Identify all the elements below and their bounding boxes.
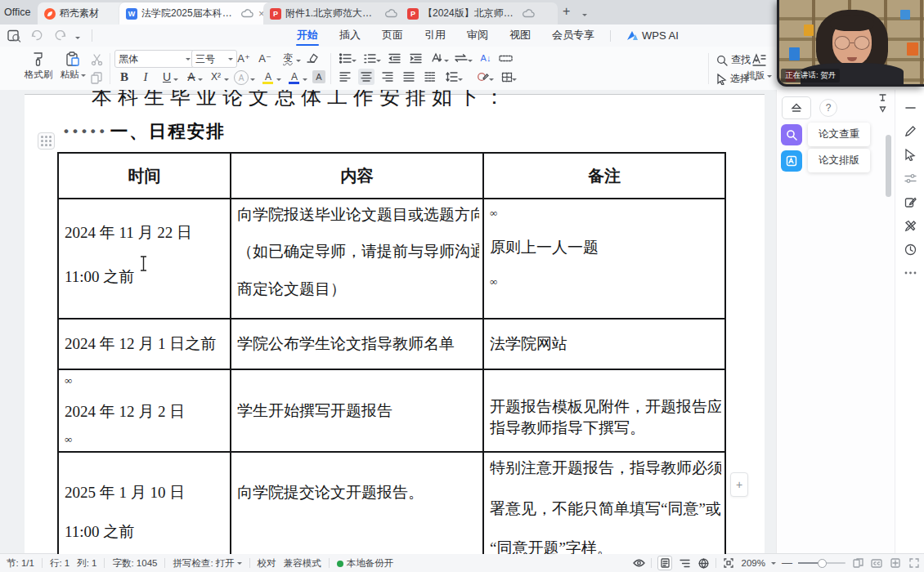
cell-content[interactable]: 向学院提交论文开题报告。	[231, 453, 484, 554]
tools-icon[interactable]	[902, 217, 918, 234]
save-preview-icon[interactable]	[5, 28, 23, 43]
cell-content[interactable]: 学生开始撰写开题报告	[231, 370, 484, 451]
cell-content[interactable]: 向学院报送毕业论文题目或选题方向 （如已确定导师，请提前与导师沟通 商定论文题目…	[231, 199, 484, 318]
phonetic-guide-button[interactable]: 变	[280, 50, 296, 66]
zoom-chevron-icon[interactable]	[771, 562, 776, 567]
tab-document-active[interactable]: W 法学院2025届本科生毕业论 ×	[119, 2, 273, 25]
fullscreen-icon[interactable]	[908, 556, 921, 570]
select-cursor-icon[interactable]	[902, 146, 918, 163]
new-tab-button[interactable]: +	[563, 4, 570, 19]
sign-document-icon[interactable]	[902, 194, 918, 210]
insert-plus-button[interactable]: +	[730, 472, 748, 497]
help-button[interactable]: ?	[819, 99, 837, 117]
char-shading-button[interactable]: A	[312, 70, 325, 83]
adjust-sliders-icon[interactable]	[902, 170, 918, 186]
typeset-button[interactable]: 排版	[742, 50, 775, 82]
status-compat-mode[interactable]: 兼容模式	[284, 557, 321, 570]
collapse-panel-button[interactable]	[782, 96, 811, 119]
distribute-icon[interactable]	[422, 69, 438, 85]
anchor-icon[interactable]	[879, 105, 886, 113]
collapse-icon[interactable]	[902, 100, 918, 116]
thesis-check-button[interactable]: 论文查重	[781, 123, 870, 146]
cell-remark[interactable]: 法学院网站	[484, 320, 724, 369]
page-view-icon[interactable]	[657, 556, 672, 570]
menu-view[interactable]: 视图	[499, 25, 541, 47]
status-word-count[interactable]: 字数: 1045	[112, 557, 157, 570]
undo-icon[interactable]	[28, 28, 46, 43]
header-cell-content[interactable]: 内容	[231, 154, 484, 198]
copy-icon[interactable]	[88, 69, 105, 86]
fit-selection-icon[interactable]	[722, 556, 735, 570]
cell-time[interactable]: ∞ 2024 年 12 月 2 日 ∞	[59, 370, 231, 451]
align-center-icon[interactable]	[358, 69, 375, 85]
status-proofread[interactable]: 校对	[258, 557, 276, 570]
menu-member[interactable]: 会员专享	[541, 25, 605, 47]
strikethrough-button[interactable]: A	[183, 69, 200, 85]
increase-indent-icon[interactable]	[407, 50, 424, 66]
tab-docer[interactable]: 稻壳素材	[38, 2, 129, 25]
office-home-button[interactable]: Office	[4, 7, 30, 18]
shrink-font-button[interactable]: A⁻	[257, 50, 273, 66]
outline-view-icon[interactable]	[678, 556, 691, 570]
numbered-list-icon[interactable]	[361, 50, 378, 66]
clear-format-icon[interactable]	[304, 50, 321, 66]
format-painter-button[interactable]: 格式刷	[23, 49, 54, 81]
header-cell-remark[interactable]: 备注	[484, 154, 724, 198]
menu-insert[interactable]: 插入	[329, 25, 371, 47]
phonetic-chevron-icon[interactable]	[296, 60, 301, 65]
text-direction-icon[interactable]	[428, 50, 445, 66]
enclose-char-button[interactable]: A	[234, 70, 249, 85]
document-scrollbar-thumb[interactable]	[886, 135, 891, 197]
cell-content[interactable]: 学院公布学生论文指导教师名单	[231, 320, 484, 369]
status-spellcheck[interactable]: 拼写检查: 打开	[173, 557, 241, 570]
align-left-icon[interactable]	[337, 69, 353, 85]
caption-cc-icon[interactable]	[870, 556, 883, 570]
thesis-typeset-button[interactable]: 论文排版	[781, 149, 870, 172]
superscript-button[interactable]: X²	[208, 69, 224, 85]
font-name-select[interactable]: 黑体	[114, 50, 195, 68]
header-cell-time[interactable]: 时间	[59, 154, 231, 198]
zoom-slider[interactable]	[798, 562, 846, 564]
font-color-button[interactable]: A	[286, 69, 303, 85]
tab-pdf-attachment1[interactable]: P 附件1.北京师范大学本科生毕业	[263, 2, 410, 25]
font-size-select[interactable]: 三号	[191, 50, 237, 68]
zoom-level[interactable]: 209%	[741, 558, 765, 568]
paging-icon[interactable]	[851, 556, 864, 570]
cell-time[interactable]: 2024 年 12 月 1 日之前	[59, 320, 231, 369]
ruler-icon[interactable]	[497, 50, 514, 66]
cut-icon[interactable]	[88, 51, 105, 68]
cell-time[interactable]: 2025 年 1 月 10 日 11:00 之前	[59, 453, 231, 554]
cell-remark[interactable]: ∞ 原则上一人一题 ∞	[484, 199, 724, 318]
menu-home[interactable]: 开始	[286, 25, 329, 47]
cell-remark[interactable]: 开题报告模板见附件，开题报告应在 指导教师指导下撰写。	[484, 370, 724, 451]
tab-list-chevron-icon[interactable]	[582, 14, 587, 19]
document-canvas[interactable]: 本科生毕业论文总体工作安排如下： ••••• 一、日程安排 时间 内容 备注 2…	[0, 90, 776, 554]
shading-icon[interactable]	[474, 69, 491, 85]
new-page-icon[interactable]	[889, 556, 902, 570]
history-clock-icon[interactable]	[902, 241, 918, 257]
paste-button[interactable]: 粘贴	[57, 49, 88, 81]
more-dots-icon[interactable]	[902, 265, 918, 281]
underline-button[interactable]: U	[159, 69, 175, 85]
menu-page[interactable]: 页面	[371, 25, 414, 47]
bold-button[interactable]: B	[116, 69, 132, 85]
qat-more-chevron-icon[interactable]	[75, 37, 80, 42]
tab-pdf-2024[interactable]: P 【2024版】北京师范大学法学院	[401, 2, 558, 25]
italic-button[interactable]: I	[137, 69, 154, 85]
web-view-icon[interactable]	[697, 556, 710, 570]
decrease-indent-icon[interactable]	[386, 50, 402, 66]
eye-protect-icon[interactable]	[632, 556, 645, 570]
zoom-slider-knob[interactable]	[818, 559, 827, 568]
table-move-handle[interactable]	[38, 132, 55, 150]
zoom-out-icon[interactable]: —	[782, 556, 792, 569]
sort-icon[interactable]: A↓	[478, 50, 494, 66]
menu-reference[interactable]: 引用	[414, 25, 456, 47]
status-local-backup[interactable]: 本地备份开	[337, 557, 394, 570]
pen-edit-icon[interactable]	[902, 123, 918, 139]
grow-font-button[interactable]: A⁺	[235, 50, 252, 66]
menu-wps-ai[interactable]: WPS AI	[616, 25, 689, 47]
line-spacing-icon[interactable]	[443, 69, 460, 85]
menu-review[interactable]: 审阅	[456, 25, 499, 47]
redo-icon[interactable]	[51, 28, 69, 43]
char-scale-icon[interactable]	[453, 50, 469, 66]
